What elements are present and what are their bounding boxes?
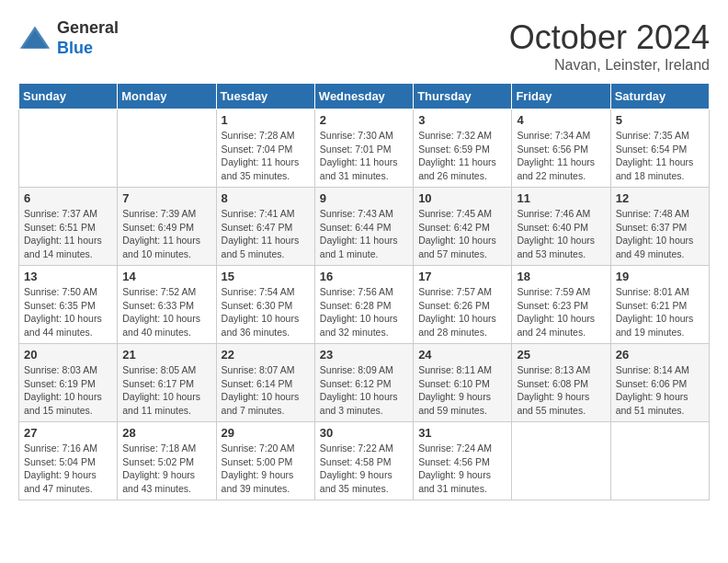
calendar-header: SundayMondayTuesdayWednesdayThursdayFrid… xyxy=(19,84,710,109)
day-number: 31 xyxy=(418,426,506,440)
day-cell: 18Sunrise: 7:59 AM Sunset: 6:23 PM Dayli… xyxy=(512,266,610,344)
day-info: Sunrise: 7:20 AM Sunset: 5:00 PM Dayligh… xyxy=(222,442,310,496)
day-cell: 16Sunrise: 7:56 AM Sunset: 6:28 PM Dayli… xyxy=(314,266,413,344)
month-title: October 2024 xyxy=(509,18,710,57)
day-info: Sunrise: 7:45 AM Sunset: 6:42 PM Dayligh… xyxy=(418,207,506,261)
day-cell: 7Sunrise: 7:39 AM Sunset: 6:49 PM Daylig… xyxy=(118,188,216,266)
day-number: 3 xyxy=(418,113,506,127)
day-cell: 31Sunrise: 7:24 AM Sunset: 4:56 PM Dayli… xyxy=(414,422,512,500)
week-row-3: 13Sunrise: 7:50 AM Sunset: 6:35 PM Dayli… xyxy=(19,266,710,344)
day-cell: 9Sunrise: 7:43 AM Sunset: 6:44 PM Daylig… xyxy=(314,188,413,266)
location-subtitle: Navan, Leinster, Ireland xyxy=(509,57,710,74)
day-info: Sunrise: 7:46 AM Sunset: 6:40 PM Dayligh… xyxy=(517,207,605,261)
day-cell: 21Sunrise: 8:05 AM Sunset: 6:17 PM Dayli… xyxy=(118,344,216,422)
day-info: Sunrise: 7:30 AM Sunset: 7:01 PM Dayligh… xyxy=(320,129,408,183)
day-number: 30 xyxy=(320,426,408,440)
calendar-body: 1Sunrise: 7:28 AM Sunset: 7:04 PM Daylig… xyxy=(19,109,710,500)
day-cell: 15Sunrise: 7:54 AM Sunset: 6:30 PM Dayli… xyxy=(216,266,314,344)
day-number: 7 xyxy=(122,191,210,205)
day-cell xyxy=(19,109,118,188)
day-cell xyxy=(512,422,610,500)
day-cell: 24Sunrise: 8:11 AM Sunset: 6:10 PM Dayli… xyxy=(414,344,512,422)
day-info: Sunrise: 7:37 AM Sunset: 6:51 PM Dayligh… xyxy=(24,207,112,261)
day-cell: 17Sunrise: 7:57 AM Sunset: 6:26 PM Dayli… xyxy=(414,266,512,344)
header-row: SundayMondayTuesdayWednesdayThursdayFrid… xyxy=(19,84,710,109)
week-row-1: 1Sunrise: 7:28 AM Sunset: 7:04 PM Daylig… xyxy=(19,109,710,188)
column-header-tuesday: Tuesday xyxy=(216,84,314,109)
day-number: 17 xyxy=(418,270,506,283)
day-number: 6 xyxy=(24,191,112,205)
day-info: Sunrise: 8:03 AM Sunset: 6:19 PM Dayligh… xyxy=(24,363,112,418)
day-cell: 5Sunrise: 7:35 AM Sunset: 6:54 PM Daylig… xyxy=(610,109,709,188)
day-number: 9 xyxy=(320,191,408,205)
day-cell: 1Sunrise: 7:28 AM Sunset: 7:04 PM Daylig… xyxy=(216,109,314,188)
day-info: Sunrise: 8:07 AM Sunset: 6:14 PM Dayligh… xyxy=(222,363,310,418)
day-number: 24 xyxy=(418,348,506,362)
day-info: Sunrise: 7:39 AM Sunset: 6:49 PM Dayligh… xyxy=(122,207,210,261)
week-row-2: 6Sunrise: 7:37 AM Sunset: 6:51 PM Daylig… xyxy=(19,188,710,266)
day-cell: 23Sunrise: 8:09 AM Sunset: 6:12 PM Dayli… xyxy=(314,344,413,422)
day-info: Sunrise: 7:48 AM Sunset: 6:37 PM Dayligh… xyxy=(616,207,704,261)
day-info: Sunrise: 7:34 AM Sunset: 6:56 PM Dayligh… xyxy=(517,129,605,183)
day-number: 1 xyxy=(222,113,310,127)
day-number: 11 xyxy=(517,191,605,205)
day-info: Sunrise: 7:41 AM Sunset: 6:47 PM Dayligh… xyxy=(222,207,310,261)
day-number: 18 xyxy=(517,270,605,283)
day-info: Sunrise: 8:05 AM Sunset: 6:17 PM Dayligh… xyxy=(122,363,210,418)
column-header-saturday: Saturday xyxy=(610,84,709,109)
day-cell: 25Sunrise: 8:13 AM Sunset: 6:08 PM Dayli… xyxy=(512,344,610,422)
day-number: 19 xyxy=(616,270,704,283)
day-info: Sunrise: 8:01 AM Sunset: 6:21 PM Dayligh… xyxy=(616,285,704,339)
day-number: 16 xyxy=(320,270,408,283)
day-number: 27 xyxy=(24,426,112,440)
logo-general: General xyxy=(57,18,119,37)
day-info: Sunrise: 7:43 AM Sunset: 6:44 PM Dayligh… xyxy=(320,207,408,261)
day-info: Sunrise: 7:32 AM Sunset: 6:59 PM Dayligh… xyxy=(418,129,506,183)
day-number: 10 xyxy=(418,191,506,205)
day-cell: 28Sunrise: 7:18 AM Sunset: 5:02 PM Dayli… xyxy=(118,422,216,500)
day-number: 8 xyxy=(222,191,310,205)
day-info: Sunrise: 7:35 AM Sunset: 6:54 PM Dayligh… xyxy=(616,129,704,183)
day-info: Sunrise: 8:13 AM Sunset: 6:08 PM Dayligh… xyxy=(517,363,605,418)
day-info: Sunrise: 7:22 AM Sunset: 4:58 PM Dayligh… xyxy=(320,442,408,496)
title-block: October 2024 Navan, Leinster, Ireland xyxy=(509,18,710,74)
logo-icon xyxy=(18,22,51,55)
day-number: 28 xyxy=(122,426,210,440)
day-cell xyxy=(118,109,216,188)
day-cell: 8Sunrise: 7:41 AM Sunset: 6:47 PM Daylig… xyxy=(216,188,314,266)
logo-text: General Blue xyxy=(57,18,119,58)
day-cell: 20Sunrise: 8:03 AM Sunset: 6:19 PM Dayli… xyxy=(19,344,118,422)
day-cell: 19Sunrise: 8:01 AM Sunset: 6:21 PM Dayli… xyxy=(610,266,709,344)
day-cell: 2Sunrise: 7:30 AM Sunset: 7:01 PM Daylig… xyxy=(314,109,413,188)
day-cell: 13Sunrise: 7:50 AM Sunset: 6:35 PM Dayli… xyxy=(19,266,118,344)
day-cell: 11Sunrise: 7:46 AM Sunset: 6:40 PM Dayli… xyxy=(512,188,610,266)
day-info: Sunrise: 7:16 AM Sunset: 5:04 PM Dayligh… xyxy=(24,442,112,496)
day-cell: 12Sunrise: 7:48 AM Sunset: 6:37 PM Dayli… xyxy=(610,188,709,266)
week-row-4: 20Sunrise: 8:03 AM Sunset: 6:19 PM Dayli… xyxy=(19,344,710,422)
day-number: 14 xyxy=(122,270,210,283)
day-cell: 26Sunrise: 8:14 AM Sunset: 6:06 PM Dayli… xyxy=(610,344,709,422)
day-number: 25 xyxy=(517,348,605,362)
day-number: 4 xyxy=(517,113,605,127)
day-info: Sunrise: 7:50 AM Sunset: 6:35 PM Dayligh… xyxy=(24,285,112,339)
day-number: 20 xyxy=(24,348,112,362)
week-row-5: 27Sunrise: 7:16 AM Sunset: 5:04 PM Dayli… xyxy=(19,422,710,500)
day-number: 23 xyxy=(320,348,408,362)
day-number: 29 xyxy=(222,426,310,440)
logo-blue: Blue xyxy=(57,39,93,57)
column-header-wednesday: Wednesday xyxy=(314,84,413,109)
day-cell: 29Sunrise: 7:20 AM Sunset: 5:00 PM Dayli… xyxy=(216,422,314,500)
day-info: Sunrise: 7:56 AM Sunset: 6:28 PM Dayligh… xyxy=(320,285,408,339)
day-cell: 30Sunrise: 7:22 AM Sunset: 4:58 PM Dayli… xyxy=(314,422,413,500)
page-header: General Blue October 2024 Navan, Leinste… xyxy=(18,18,710,74)
logo: General Blue xyxy=(18,18,119,58)
day-number: 2 xyxy=(320,113,408,127)
day-info: Sunrise: 7:52 AM Sunset: 6:33 PM Dayligh… xyxy=(122,285,210,339)
day-info: Sunrise: 7:18 AM Sunset: 5:02 PM Dayligh… xyxy=(122,442,210,496)
column-header-sunday: Sunday xyxy=(19,84,118,109)
day-number: 13 xyxy=(24,270,112,283)
day-cell: 3Sunrise: 7:32 AM Sunset: 6:59 PM Daylig… xyxy=(414,109,512,188)
day-cell: 27Sunrise: 7:16 AM Sunset: 5:04 PM Dayli… xyxy=(19,422,118,500)
day-info: Sunrise: 7:57 AM Sunset: 6:26 PM Dayligh… xyxy=(418,285,506,339)
day-info: Sunrise: 8:09 AM Sunset: 6:12 PM Dayligh… xyxy=(320,363,408,418)
